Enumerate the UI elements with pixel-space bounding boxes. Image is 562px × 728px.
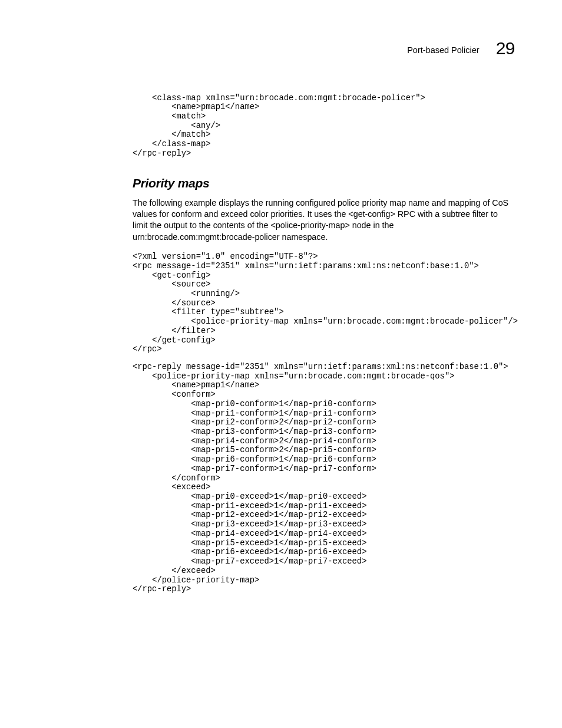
section-heading-priority-maps: Priority maps xyxy=(133,175,515,192)
body-paragraph: The following example displays the runni… xyxy=(133,197,515,243)
code-block-rpc-reply: <rpc-reply message-id="2351" xmlns="urn:… xyxy=(133,363,515,594)
code-block-classmap: <class-map xmlns="urn:brocade.com:mgmt:b… xyxy=(133,94,515,159)
running-header-title: Port-based Policier xyxy=(407,45,480,55)
chapter-number: 29 xyxy=(496,38,515,58)
running-header: Port-based Policier 29 xyxy=(133,37,515,61)
code-block-rpc-request: <?xml version="1.0" encoding="UTF-8"?> <… xyxy=(133,252,515,354)
